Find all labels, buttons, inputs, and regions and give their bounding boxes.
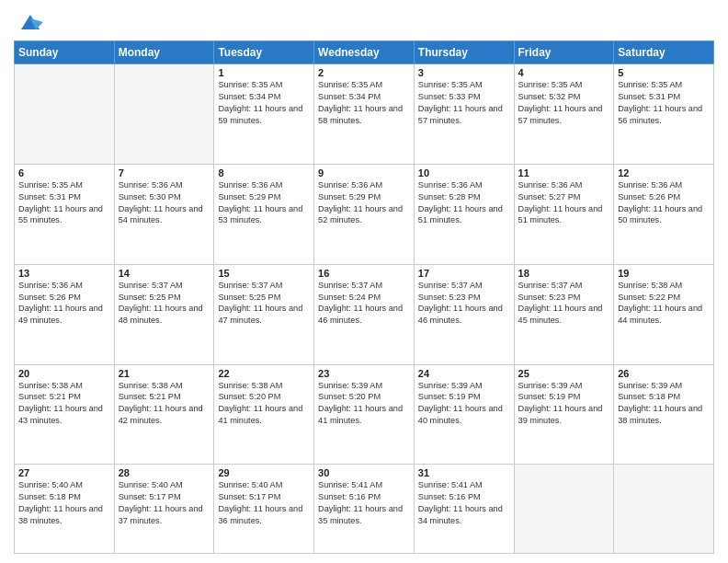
- day-info: Sunrise: 5:36 AM Sunset: 5:26 PM Dayligh…: [18, 280, 110, 327]
- week-row-4: 20Sunrise: 5:38 AM Sunset: 5:21 PM Dayli…: [15, 364, 714, 465]
- calendar-cell: 30Sunrise: 5:41 AM Sunset: 5:16 PM Dayli…: [314, 465, 415, 554]
- day-number: 16: [318, 268, 410, 279]
- day-number: 28: [119, 467, 210, 478]
- calendar-cell: 12Sunrise: 5:36 AM Sunset: 5:26 PM Dayli…: [614, 164, 714, 264]
- day-number: 4: [518, 67, 610, 78]
- day-number: 8: [218, 167, 310, 178]
- day-number: 11: [518, 167, 610, 178]
- day-info: Sunrise: 5:38 AM Sunset: 5:21 PM Dayligh…: [119, 380, 210, 428]
- day-info: Sunrise: 5:41 AM Sunset: 5:16 PM Dayligh…: [318, 479, 410, 527]
- calendar-cell: 25Sunrise: 5:39 AM Sunset: 5:19 PM Dayli…: [514, 364, 614, 465]
- calendar-cell: 2Sunrise: 5:35 AM Sunset: 5:34 PM Daylig…: [314, 64, 415, 165]
- logo-icon: [17, 9, 43, 35]
- day-header-tuesday: Tuesday: [214, 41, 314, 64]
- day-info: Sunrise: 5:38 AM Sunset: 5:21 PM Dayligh…: [18, 380, 110, 428]
- day-number: 27: [18, 467, 110, 478]
- day-info: Sunrise: 5:40 AM Sunset: 5:17 PM Dayligh…: [119, 479, 210, 527]
- day-header-thursday: Thursday: [414, 41, 514, 64]
- day-number: 6: [18, 167, 110, 178]
- day-number: 2: [318, 67, 410, 78]
- day-number: 7: [119, 167, 210, 178]
- calendar: SundayMondayTuesdayWednesdayThursdayFrid…: [14, 40, 714, 554]
- logo: [14, 9, 43, 35]
- calendar-cell: 17Sunrise: 5:37 AM Sunset: 5:23 PM Dayli…: [414, 264, 514, 364]
- calendar-cell: [514, 465, 614, 554]
- day-info: Sunrise: 5:40 AM Sunset: 5:17 PM Dayligh…: [218, 479, 310, 527]
- day-number: 17: [418, 268, 510, 279]
- calendar-cell: 5Sunrise: 5:35 AM Sunset: 5:31 PM Daylig…: [614, 64, 714, 165]
- day-info: Sunrise: 5:36 AM Sunset: 5:29 PM Dayligh…: [218, 179, 310, 227]
- day-number: 31: [418, 467, 510, 478]
- day-number: 25: [518, 368, 610, 379]
- calendar-header-row: SundayMondayTuesdayWednesdayThursdayFrid…: [15, 41, 714, 64]
- calendar-cell: 15Sunrise: 5:37 AM Sunset: 5:25 PM Dayli…: [214, 264, 314, 364]
- day-number: 23: [318, 368, 410, 379]
- day-info: Sunrise: 5:37 AM Sunset: 5:25 PM Dayligh…: [119, 280, 210, 327]
- calendar-cell: 13Sunrise: 5:36 AM Sunset: 5:26 PM Dayli…: [15, 264, 115, 364]
- calendar-cell: 3Sunrise: 5:35 AM Sunset: 5:33 PM Daylig…: [414, 64, 514, 165]
- day-header-friday: Friday: [514, 41, 614, 64]
- calendar-cell: 10Sunrise: 5:36 AM Sunset: 5:28 PM Dayli…: [414, 164, 514, 264]
- header: [14, 9, 714, 35]
- day-number: 26: [618, 368, 710, 379]
- day-info: Sunrise: 5:37 AM Sunset: 5:23 PM Dayligh…: [518, 280, 610, 327]
- calendar-cell: 23Sunrise: 5:39 AM Sunset: 5:20 PM Dayli…: [314, 364, 415, 465]
- day-info: Sunrise: 5:35 AM Sunset: 5:31 PM Dayligh…: [18, 179, 110, 227]
- day-info: Sunrise: 5:40 AM Sunset: 5:18 PM Dayligh…: [18, 479, 110, 527]
- day-number: 10: [418, 167, 510, 178]
- day-info: Sunrise: 5:39 AM Sunset: 5:20 PM Dayligh…: [318, 380, 410, 428]
- day-info: Sunrise: 5:39 AM Sunset: 5:18 PM Dayligh…: [618, 380, 710, 428]
- day-number: 9: [318, 167, 410, 178]
- day-number: 12: [618, 167, 710, 178]
- week-row-2: 6Sunrise: 5:35 AM Sunset: 5:31 PM Daylig…: [15, 164, 714, 264]
- day-info: Sunrise: 5:36 AM Sunset: 5:27 PM Dayligh…: [518, 179, 610, 227]
- day-info: Sunrise: 5:38 AM Sunset: 5:20 PM Dayligh…: [218, 380, 310, 428]
- day-number: 14: [119, 268, 210, 279]
- calendar-cell: 16Sunrise: 5:37 AM Sunset: 5:24 PM Dayli…: [314, 264, 415, 364]
- calendar-cell: 20Sunrise: 5:38 AM Sunset: 5:21 PM Dayli…: [15, 364, 115, 465]
- day-number: 3: [418, 67, 510, 78]
- calendar-cell: 26Sunrise: 5:39 AM Sunset: 5:18 PM Dayli…: [614, 364, 714, 465]
- day-info: Sunrise: 5:37 AM Sunset: 5:23 PM Dayligh…: [418, 280, 510, 327]
- calendar-cell: 29Sunrise: 5:40 AM Sunset: 5:17 PM Dayli…: [214, 465, 314, 554]
- day-header-saturday: Saturday: [614, 41, 714, 64]
- day-info: Sunrise: 5:35 AM Sunset: 5:34 PM Dayligh…: [218, 79, 310, 127]
- week-row-5: 27Sunrise: 5:40 AM Sunset: 5:18 PM Dayli…: [15, 465, 714, 554]
- calendar-cell: 19Sunrise: 5:38 AM Sunset: 5:22 PM Dayli…: [614, 264, 714, 364]
- day-number: 30: [318, 467, 410, 478]
- calendar-cell: 4Sunrise: 5:35 AM Sunset: 5:32 PM Daylig…: [514, 64, 614, 165]
- day-header-monday: Monday: [114, 41, 214, 64]
- day-info: Sunrise: 5:36 AM Sunset: 5:30 PM Dayligh…: [119, 179, 210, 227]
- calendar-cell: 14Sunrise: 5:37 AM Sunset: 5:25 PM Dayli…: [114, 264, 214, 364]
- day-info: Sunrise: 5:41 AM Sunset: 5:16 PM Dayligh…: [418, 479, 510, 527]
- day-number: 18: [518, 268, 610, 279]
- day-number: 21: [119, 368, 210, 379]
- calendar-cell: 6Sunrise: 5:35 AM Sunset: 5:31 PM Daylig…: [15, 164, 115, 264]
- calendar-cell: 1Sunrise: 5:35 AM Sunset: 5:34 PM Daylig…: [214, 64, 314, 165]
- day-number: 22: [218, 368, 310, 379]
- day-number: 1: [218, 67, 310, 78]
- day-info: Sunrise: 5:36 AM Sunset: 5:26 PM Dayligh…: [618, 179, 710, 227]
- calendar-cell: 11Sunrise: 5:36 AM Sunset: 5:27 PM Dayli…: [514, 164, 614, 264]
- day-info: Sunrise: 5:39 AM Sunset: 5:19 PM Dayligh…: [518, 380, 610, 428]
- day-number: 15: [218, 268, 310, 279]
- day-number: 5: [618, 67, 710, 78]
- calendar-cell: 28Sunrise: 5:40 AM Sunset: 5:17 PM Dayli…: [114, 465, 214, 554]
- day-number: 24: [418, 368, 510, 379]
- day-info: Sunrise: 5:35 AM Sunset: 5:33 PM Dayligh…: [418, 79, 510, 127]
- day-info: Sunrise: 5:35 AM Sunset: 5:32 PM Dayligh…: [518, 79, 610, 127]
- calendar-cell: [614, 465, 714, 554]
- page: SundayMondayTuesdayWednesdayThursdayFrid…: [0, 0, 728, 563]
- day-info: Sunrise: 5:35 AM Sunset: 5:31 PM Dayligh…: [618, 79, 710, 127]
- calendar-cell: 7Sunrise: 5:36 AM Sunset: 5:30 PM Daylig…: [114, 164, 214, 264]
- day-number: 19: [618, 268, 710, 279]
- day-header-sunday: Sunday: [15, 41, 115, 64]
- calendar-cell: 27Sunrise: 5:40 AM Sunset: 5:18 PM Dayli…: [15, 465, 115, 554]
- calendar-cell: 18Sunrise: 5:37 AM Sunset: 5:23 PM Dayli…: [514, 264, 614, 364]
- calendar-cell: 8Sunrise: 5:36 AM Sunset: 5:29 PM Daylig…: [214, 164, 314, 264]
- calendar-cell: 31Sunrise: 5:41 AM Sunset: 5:16 PM Dayli…: [414, 465, 514, 554]
- day-info: Sunrise: 5:39 AM Sunset: 5:19 PM Dayligh…: [418, 380, 510, 428]
- day-number: 29: [218, 467, 310, 478]
- day-info: Sunrise: 5:37 AM Sunset: 5:25 PM Dayligh…: [218, 280, 310, 327]
- calendar-cell: 24Sunrise: 5:39 AM Sunset: 5:19 PM Dayli…: [414, 364, 514, 465]
